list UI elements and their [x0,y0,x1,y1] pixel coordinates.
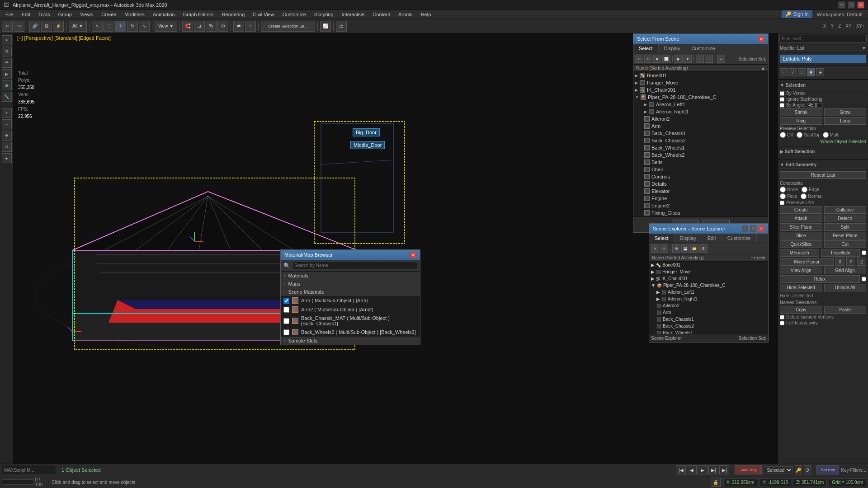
se-delete[interactable]: 🗑 [699,244,708,253]
list-item[interactable]: ▶ ⛓ IK_Chain001 [633,86,768,94]
hide-unselected-button[interactable]: Hide Unselected [780,292,866,299]
list-item[interactable]: ⬛ Engine2 [633,202,768,209]
se-restore[interactable]: □ [750,225,756,232]
se-item[interactable]: ▼ 📦 Piper_PA-28-180_Cherokee_C [649,282,768,289]
pan[interactable]: ✥ [2,131,12,141]
menu-item-views[interactable]: Views [76,11,97,18]
tab-customize[interactable]: Customize [686,44,721,53]
list-item[interactable]: ⬛ Chair [633,166,768,173]
menu-item-interactive[interactable]: Interactive [338,11,368,18]
editable-poly-modifier[interactable]: Editable Poly [780,55,866,63]
sort-asc[interactable]: ↑ [696,55,704,63]
se-item[interactable]: ▶ 🦴 Bone001 [649,262,768,268]
grow-button[interactable]: Grow [824,108,867,116]
edit-geometry-header[interactable]: ▼ Edit Geometry [780,161,866,169]
selected-dropdown[interactable]: Selected [764,466,793,474]
select-from-scene-list[interactable]: ▶ 🦴 Bone001 ▶ ⬛ Hanger_Move ▶ ⛓ IK_Chain… [633,72,768,216]
list-item[interactable]: ⬛ Belts [633,159,768,166]
se-item[interactable]: ▶ ⛓ IK_Chain001 [649,275,768,282]
hierarchy-tab[interactable]: ☰ [2,58,12,68]
preview-subobj[interactable] [797,132,802,138]
full-interactivity-checkbox[interactable] [780,321,784,325]
motion-tab[interactable]: ▶ [2,69,12,79]
x-button[interactable]: X [835,258,844,266]
constraint-none[interactable] [780,187,786,192]
hide-selected-button[interactable]: Hide Selected [780,284,822,291]
menu-item-group[interactable]: Group [54,11,75,18]
menu-item-scripting[interactable]: Scripting [311,11,337,18]
key-mode[interactable]: 🔑 [795,465,802,474]
se-load[interactable]: 📂 [690,244,698,253]
copy-named-button[interactable]: Copy [780,306,822,314]
ignore-backfacing-checkbox[interactable] [780,97,784,102]
goto-start[interactable]: |◀ [676,465,686,474]
tessellate-button[interactable]: Tessellate [821,249,860,257]
sample-slots-header[interactable]: + Sample Slots [281,337,420,345]
relax-checkbox[interactable] [862,276,866,282]
list-item[interactable]: ⬛ Arm [633,122,768,130]
create-selection[interactable]: Create Selection Se... [261,21,315,32]
set-key[interactable]: Set Key [816,465,839,474]
reset-plane-button[interactable]: Reset Plane [824,232,867,239]
shrink-button[interactable]: Shrink [780,108,822,116]
tab-select[interactable]: Select [633,44,659,53]
edge-mode[interactable]: / [789,68,797,76]
list-item[interactable]: ⬛ Back_Chassis2 [633,137,768,144]
material-item[interactable]: Back_Wheels2 ( Multi/Sub-Object ) [Back_… [281,328,420,337]
undo-button[interactable]: ↩ [2,21,13,32]
rotate-button[interactable]: ↻ [127,21,138,32]
list-item[interactable]: ▶ ⬛ Hanger_Move [633,79,768,86]
select-move[interactable]: ✛ [115,21,126,32]
se-item[interactable]: ▶ ⬛ Aileron_Right1 [649,296,768,302]
se-close-btn[interactable]: ✕ [651,244,659,253]
play[interactable]: ▶ [698,465,708,474]
border-mode[interactable]: □ [798,68,806,76]
list-item[interactable]: ⬛ Controls [633,173,768,180]
select-object[interactable]: ↖ [92,21,103,32]
mirror-button[interactable]: ⇄ [233,21,244,32]
se-item[interactable]: ⬛ Aileron2 [649,302,768,309]
constraint-normal[interactable] [801,193,807,199]
se-item[interactable]: ▶ ⬛ Hanger_Move [649,268,768,275]
menu-item-arnold[interactable]: Arnold [395,11,416,18]
scale-button[interactable]: ⤡ [139,21,150,32]
by-angle-checkbox[interactable] [780,103,784,108]
menu-item-file[interactable]: File [2,11,17,18]
material-item[interactable]: Back_Chassis_MAT ( Multi/Sub-Object ) [B… [281,314,420,328]
zoom-in[interactable]: + [2,108,12,118]
list-item[interactable]: ⬛ Back_Wheels2 [633,151,768,159]
se-minimize[interactable]: ─ [742,225,748,232]
constraint-face[interactable] [780,193,786,199]
sort-desc[interactable]: ↓ [705,55,713,63]
se-item[interactable]: ⬛ Back_Chassis1 [649,316,768,323]
maximize-button[interactable]: □ [848,1,855,9]
slice-plane-button[interactable]: Slice Plane [780,223,822,231]
se-settings[interactable]: ⚙ [672,244,680,253]
list-item[interactable]: ⬛ Engine [633,195,768,202]
quick-slice-button[interactable]: QuickSlice [780,240,822,248]
material-browser-close[interactable]: ✕ [410,252,416,258]
list-item[interactable]: ⬛ Back_Wheels1 [633,144,768,151]
zoom-out[interactable]: − [2,119,12,129]
utilities-tab[interactable]: 🔧 [2,92,12,102]
scene-materials-section-header[interactable]: − Scene Materials [281,288,420,296]
layer-explorer[interactable]: 🗂 [336,21,347,32]
search-input[interactable] [779,35,867,42]
graph-editor[interactable]: 📈 [320,21,331,32]
menu-item-content[interactable]: Content [369,11,394,18]
hierarchy-mode[interactable]: H [635,55,643,63]
polygon-mode[interactable]: ■ [807,68,815,76]
list-item[interactable]: ⬛ Fixing_Glass [633,209,768,216]
z-button[interactable]: Z [857,258,866,266]
list-item[interactable]: ⬛ Details [633,180,768,188]
minimize-button[interactable]: ─ [838,1,845,9]
menu-item-help[interactable]: Help [417,11,435,18]
select-all[interactable]: ■ [653,55,661,63]
list-item[interactable]: ▶ 🦴 Bone001 [633,72,768,79]
unlink-button[interactable]: ⛓ [41,21,52,32]
se-save[interactable]: 💾 [681,244,689,253]
preserve-uvs-checkbox[interactable] [780,201,784,205]
relax-button[interactable]: Relax [780,275,860,283]
snap-toggle[interactable]: 🧲 [182,21,193,32]
se-close[interactable]: ✕ [758,225,764,232]
